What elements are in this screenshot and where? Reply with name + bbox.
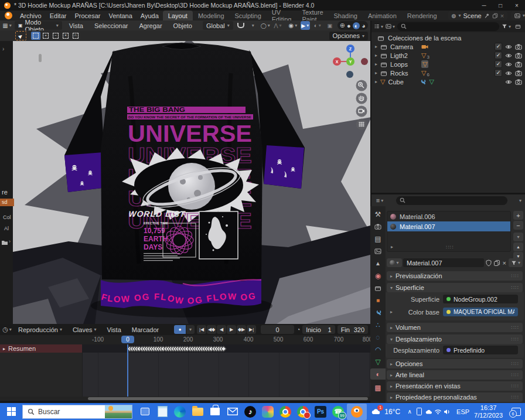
orientation-dropdown[interactable]: Global▾ [203, 21, 233, 30]
gizmos-dropdown[interactable]: ▶▾ [301, 21, 310, 30]
tab-render[interactable] [371, 221, 384, 232]
properties-options-dropdown[interactable]: ▾ [519, 198, 521, 203]
tab-object-data[interactable]: ▽ [371, 356, 384, 367]
phone-link-icon[interactable] [414, 408, 424, 415]
select-box-intersect-button[interactable]: ∩ [71, 32, 80, 40]
gizmo-axis-z-neg[interactable] [346, 71, 353, 78]
select-box-new-button[interactable] [31, 32, 40, 40]
frame-start-field[interactable]: Inicio1 [302, 325, 335, 334]
outliner-search-input[interactable] [397, 22, 499, 31]
wifi-icon[interactable] [433, 409, 442, 415]
outliner-display-mode-button[interactable]: ▾ [374, 22, 383, 31]
folder-icon[interactable] [1, 239, 8, 246]
shading-material-button[interactable]: ◐ [353, 22, 360, 29]
fake-user-shield-icon[interactable] [485, 259, 492, 267]
proportional-editing-button[interactable]: ◯▾ [261, 21, 270, 30]
timeline-editor-type-button[interactable]: ◷▾ [2, 325, 12, 334]
tab-tool[interactable]: ⚒ [371, 209, 384, 220]
tab-scene[interactable]: ▲ [371, 258, 384, 269]
menu-ventana[interactable]: Ventana [104, 12, 136, 19]
taskbar-chrome-profile-icon[interactable] [294, 404, 312, 420]
taskbar-photoshop-icon[interactable]: Ps [312, 404, 329, 420]
tab-world[interactable]: ◉ [371, 270, 384, 281]
render-visibility-icon[interactable] [515, 70, 522, 77]
summary-channel[interactable]: ▸ Resumen [0, 344, 82, 353]
menu-agregar[interactable]: Agregar [135, 22, 166, 29]
stopwatch-icon[interactable]: ◔ [296, 326, 300, 333]
add-slot-button[interactable]: + [513, 211, 523, 220]
render-visibility-icon[interactable] [515, 78, 522, 86]
mode-dropdown[interactable]: ▣Modo Objeto▾ [15, 21, 62, 30]
editor-type-button[interactable]: ▦▾ [2, 21, 12, 30]
overlays-dropdown[interactable]: ◐▾ [313, 21, 322, 30]
tab-material[interactable]: ◐ [370, 368, 386, 380]
material-name-field[interactable]: Material.007 [403, 258, 484, 267]
properties-editor-type-button[interactable]: ≡▾ [375, 196, 384, 205]
jump-to-start-button[interactable]: |◀ [197, 325, 206, 334]
play-backwards-button[interactable]: ◀ [217, 325, 226, 334]
weather-cloud-icon[interactable]: 1 [368, 404, 383, 420]
menu-reproduccion[interactable]: Reproducción▾ [14, 326, 66, 333]
slot-specials-dropdown[interactable]: ▾ [513, 233, 523, 241]
notification-center-button[interactable]: 6 [507, 404, 525, 420]
shading-solid-button[interactable]: ● [347, 22, 351, 29]
task-view-button[interactable] [136, 404, 154, 420]
tab-modifiers[interactable] [371, 307, 384, 318]
current-frame-field[interactable]: 0 [261, 325, 294, 334]
hidden-icons-chevron[interactable]: ∧ [405, 408, 414, 415]
viewport-3d[interactable]: THE BIG BANG DO YOU KNOW THE SECRET OF T… [13, 41, 370, 324]
remove-slot-button[interactable]: − [513, 221, 523, 230]
shading-wireframe-button[interactable]: ⊕ [340, 22, 345, 29]
volume-icon[interactable] [442, 409, 452, 415]
menu-marcador[interactable]: Marcador [128, 326, 163, 333]
summary-expand-icon[interactable]: ▸ [3, 346, 5, 351]
panel-opciones[interactable]: ▸Opciones∷∷ [387, 359, 523, 368]
taskbar-whatsapp-icon[interactable]: ☎99 [329, 404, 347, 420]
taskbar-adobe-cc-icon[interactable] [259, 404, 277, 420]
taskbar-edge-icon[interactable] [171, 404, 189, 420]
minimize-button[interactable]: ─ [476, 0, 492, 11]
active-tool-tweak-button[interactable]: ▶ [15, 31, 26, 40]
tab-constraints[interactable]: ◠ [371, 344, 384, 355]
displacement-field[interactable]: Predefinido [443, 346, 518, 354]
hide-eye-icon[interactable] [505, 61, 512, 68]
taskbar-chrome-icon[interactable] [277, 404, 294, 420]
material-slot-007[interactable]: Material.007 [387, 221, 510, 231]
taskbar-notepad-icon[interactable] [154, 404, 171, 420]
tab-texture[interactable]: ▩ [371, 382, 384, 393]
viewlayer-selector[interactable]: ▾ ViewLayer × [511, 11, 525, 20]
options-dropdown[interactable]: Opciones▾ [329, 32, 369, 40]
timeline-ruler[interactable]: -100 100 200 300 400 500 600 700 800 0 [0, 335, 370, 344]
panel-fragment-sd[interactable]: sd [0, 199, 14, 206]
panel-desplazamiento[interactable]: ▾Desplazamiento∷∷ [387, 334, 523, 344]
play-button[interactable]: ▶ [227, 325, 236, 334]
material-slot-006[interactable]: Material.006 [387, 211, 510, 221]
visibility-dropdown[interactable]: ◉▾ [288, 21, 298, 30]
snap-magnet-button[interactable] [236, 21, 246, 30]
hide-eye-icon[interactable] [505, 52, 512, 59]
panel-volumen[interactable]: ▸Volumen∷∷ [387, 323, 523, 332]
menu-seleccionar[interactable]: Seleccionar [90, 22, 132, 29]
tab-texture-paint[interactable]: Texture Paint [296, 11, 328, 21]
hide-eye-icon[interactable] [505, 43, 512, 50]
jump-to-end-button[interactable]: ▶| [247, 325, 256, 334]
taskbar-mail-icon[interactable] [224, 404, 241, 420]
taskbar-file-explorer-icon[interactable] [189, 404, 206, 420]
select-box-subtract-button[interactable]: − [51, 32, 60, 40]
clock[interactable]: 16:37 7/12/2023 [474, 404, 503, 419]
outliner-row-loops[interactable]: ▸ Loops ▽ ✓ [370, 60, 525, 69]
tab-shading[interactable]: Shading [329, 11, 363, 21]
pin-icon[interactable] [484, 13, 490, 19]
material-filter-dropdown[interactable]: ▾ [509, 258, 523, 267]
outliner-root-row[interactable]: Colecciones de la escena [370, 33, 525, 42]
menu-vista-timeline[interactable]: Vista [103, 326, 125, 333]
gizmo-axis-x-neg[interactable] [361, 58, 368, 65]
render-visibility-icon[interactable] [515, 52, 522, 59]
hide-eye-icon[interactable] [505, 70, 512, 77]
expand-icon[interactable]: ▸ [375, 79, 377, 84]
slot-move-up-button[interactable]: ▲ [513, 243, 523, 251]
shading-rendered-button[interactable]: ◕ [362, 22, 366, 29]
tab-particles[interactable]: ∴ [371, 319, 384, 330]
pan-hand-button[interactable] [356, 93, 367, 104]
timeline-hscrollbar[interactable] [0, 397, 370, 401]
